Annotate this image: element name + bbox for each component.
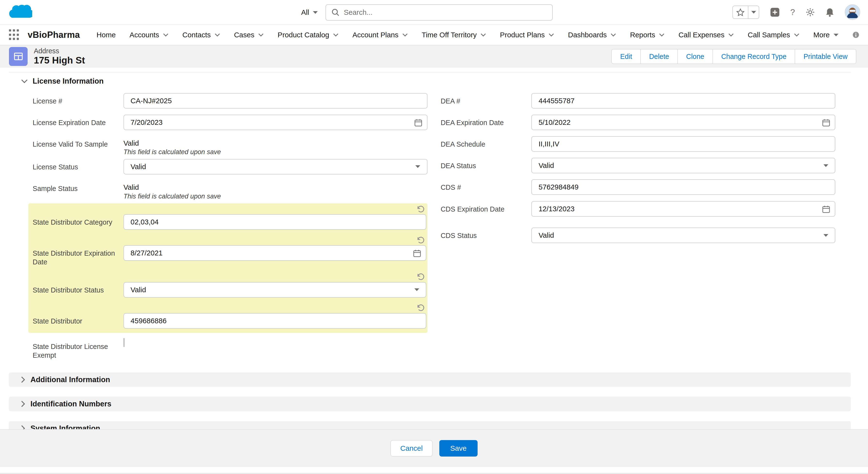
calendar-icon[interactable] [822,205,830,215]
chevron-down-icon [414,288,419,291]
section-license-information[interactable]: License Information [9,72,851,90]
field-dea-schedule: DEA Schedule [440,136,835,152]
global-header: All ? [0,0,868,25]
edit-button[interactable]: Edit [611,49,641,64]
nav-item-call-expenses[interactable]: Call Expenses [678,31,734,39]
salesforce-logo-icon [9,4,32,21]
field-label: DEA Expiration Date [440,115,531,130]
cds-number-input[interactable] [531,179,835,195]
field-label: State Distributor Category [33,214,124,230]
nav-item-accounts[interactable]: Accounts [130,31,168,39]
chevron-down-icon [415,165,420,168]
license-expiration-date-input[interactable] [124,115,428,130]
calendar-icon[interactable] [414,119,423,128]
state-distributor-expiration-date-input[interactable] [124,245,426,261]
app-launcher-icon[interactable] [9,29,19,40]
global-search-box[interactable] [326,4,552,20]
chevron-down-icon [659,33,664,37]
undo-icon[interactable] [416,273,425,281]
user-avatar[interactable] [845,4,860,20]
help-icon[interactable]: ? [790,7,795,17]
chevron-down-icon [549,33,554,37]
setup-gear-icon[interactable] [806,7,815,17]
search-input[interactable] [344,8,547,17]
record-edit-form: License Information License # License Ex… [0,68,868,436]
selected-value: Valid [130,286,146,294]
calendar-icon[interactable] [413,249,421,259]
field-label: State Distributor Expiration Date [33,245,124,266]
nav-item-more[interactable]: More [813,31,838,39]
nav-item-cases[interactable]: Cases [234,31,264,39]
field-label: CDS Expiration Date [440,201,531,217]
nav-item-call-samples[interactable]: Call Samples [748,31,800,39]
undo-icon[interactable] [416,237,425,244]
favorites-menu-chevron-icon[interactable] [748,11,759,13]
calendar-icon[interactable] [822,119,830,128]
nav-item-account-plans[interactable]: Account Plans [352,31,408,39]
header-utility-icons: ? [733,4,860,20]
field-state-distributor-status: State Distributor Status Valid [33,282,426,298]
dea-schedule-input[interactable] [531,136,835,152]
state-distributor-category-input[interactable] [124,214,426,230]
license-number-input[interactable] [124,93,428,109]
global-actions-icon[interactable] [770,7,780,17]
nav-item-contacts[interactable]: Contacts [182,31,220,39]
field-cds-number: CDS # [440,179,835,195]
chevron-down-icon [824,234,828,237]
clone-button[interactable]: Clone [677,49,713,64]
nav-item-reports[interactable]: Reports [630,31,664,39]
chevron-down-icon [402,33,408,37]
entity-label: Address [34,47,85,55]
chevron-down-icon [728,33,734,37]
undo-row [33,234,426,245]
field-label: License # [33,93,124,109]
favorites-star-icon[interactable] [733,8,748,16]
undo-icon[interactable] [416,304,425,312]
section-title: Identification Numbers [31,399,112,408]
nav-item-dashboards[interactable]: Dashboards [568,31,616,39]
state-distributor-input[interactable] [124,313,426,329]
section-identification-numbers[interactable]: Identification Numbers [9,397,851,411]
section-additional-information[interactable]: Additional Information [9,373,851,387]
chevron-down-icon [333,33,339,37]
license-status-dropdown[interactable]: Valid [124,159,428,175]
global-search-area: All [299,4,552,20]
dea-status-dropdown[interactable]: Valid [531,158,835,173]
state-distributor-status-dropdown[interactable]: Valid [124,282,426,298]
undo-icon[interactable] [416,206,425,213]
dea-number-input[interactable] [531,93,835,109]
form-left-column: License # License Expiration Date Licens… [33,93,441,366]
undo-row [33,203,426,214]
selected-value: Valid [538,231,554,239]
dea-expiration-date-input[interactable] [531,115,835,130]
calculated-note: This field is calculated upon save [124,148,428,155]
info-icon[interactable] [852,31,860,38]
field-dea-expiration-date: DEA Expiration Date [440,115,835,130]
printable-view-button[interactable]: Printable View [795,49,857,64]
utility-bar-divider [0,473,868,474]
app-navigation-bar: vBioPharma Home Accounts Contacts Cases … [0,25,868,46]
chevron-right-icon [21,376,25,383]
nav-item-time-off-territory[interactable]: Time Off Territory [422,31,486,39]
state-distributor-license-exempt-checkbox[interactable] [124,338,124,347]
change-record-type-button[interactable]: Change Record Type [713,49,795,64]
record-header: Address 175 High St Edit Delete Clone Ch… [0,45,868,67]
delete-button[interactable]: Delete [640,49,678,64]
field-label: CDS # [440,179,531,195]
save-button[interactable]: Save [439,440,478,457]
search-scope-selector[interactable]: All [299,4,320,20]
chevron-down-icon [21,79,28,83]
cancel-button[interactable]: Cancel [391,440,433,457]
notifications-bell-icon[interactable] [826,7,834,17]
nav-item-product-catalog[interactable]: Product Catalog [278,31,339,39]
field-label: DEA Schedule [440,136,531,152]
calculated-note: This field is calculated upon save [124,192,428,200]
section-title: Additional Information [31,375,110,384]
modified-fields-highlight: State Distributor Category State Distrib… [28,203,428,333]
cds-status-dropdown[interactable]: Valid [531,228,835,243]
nav-item-home[interactable]: Home [96,31,116,39]
field-label: License Status [33,159,124,175]
nav-item-product-plans[interactable]: Product Plans [500,31,554,39]
cds-expiration-date-input[interactable] [531,201,835,217]
undo-row [33,302,426,313]
